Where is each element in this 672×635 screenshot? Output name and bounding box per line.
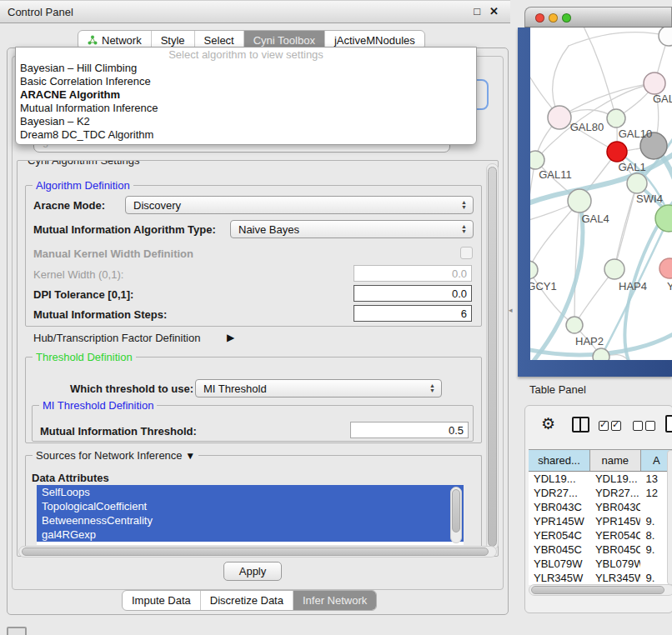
application-window: Control Panel □ ✕ NetworkStyleSelectCyni… <box>0 0 672 635</box>
mi-steps-input[interactable] <box>354 305 472 322</box>
manual-kernel-checkbox[interactable] <box>460 247 473 259</box>
dropdown-item[interactable]: Bayesian – Hill Climbing <box>16 62 476 75</box>
control-panel-title: Control Panel <box>0 6 73 18</box>
aracne-mode-label: Aracne Mode: <box>33 199 105 212</box>
node-gal10[interactable] <box>607 109 625 128</box>
attribute-item[interactable]: gal4RGexp <box>37 528 464 542</box>
table-rows: YDL19...YDL19...13YDR27...YDR27...12YBR0… <box>529 472 672 599</box>
attribute-item[interactable]: TopologicalCoefficient <box>37 499 464 513</box>
table-cell: YBL079W <box>529 557 590 571</box>
apply-button[interactable]: Apply <box>223 562 282 581</box>
network-window-titlebar[interactable] <box>524 7 672 28</box>
network-canvas[interactable]: GALGAL80GAL10GAL1GAL11SWI4GAL4GCY1HAP4YH… <box>530 28 672 360</box>
tab-infer-network[interactable]: Infer Network <box>293 591 376 610</box>
mi-threshold-input[interactable] <box>350 422 469 438</box>
zoom-light[interactable] <box>562 13 571 22</box>
hub-definition-label[interactable]: Hub/Transcription Factor Definition <box>33 332 200 344</box>
table-row[interactable]: YPR145WYPR145W9. <box>529 514 672 528</box>
list-scrollbar[interactable] <box>450 487 462 543</box>
network-icon <box>88 35 98 45</box>
mi-threshold-group-title: MI Threshold Definition <box>39 399 157 412</box>
table-cell: YBR043C <box>529 500 590 514</box>
tab-impute-data[interactable]: Impute Data <box>123 591 201 610</box>
tab-label: Discretize Data <box>210 594 283 607</box>
kernel-width-input[interactable] <box>354 265 472 282</box>
algorithm-dropdown-placeholder: Select algorithm to view settings <box>16 48 476 62</box>
gear-icon[interactable]: ⚙ <box>541 414 555 433</box>
table-cell: YLR345W <box>590 571 641 585</box>
table-row[interactable]: YBR045CYBR045C9. <box>529 542 672 557</box>
dropdown-item[interactable]: Mutual Information Inference <box>16 102 476 115</box>
column-header-name[interactable]: name <box>590 450 641 471</box>
settings-horizontal-scrollbar[interactable] <box>18 546 497 558</box>
node-label-gal1: GAL1 <box>618 161 645 173</box>
mi-type-label: Mutual Information Algorithm Type: <box>33 223 216 236</box>
control-panel-titlebar: Control Panel □ ✕ <box>0 0 510 23</box>
node-salmon[interactable] <box>659 258 672 278</box>
dropdown-item[interactable]: Bayesian – K2 <box>16 115 476 128</box>
mi-type-value: Naive Bayes <box>238 223 299 236</box>
algorithm-dropdown: Select algorithm to view settings Bayesi… <box>15 47 477 145</box>
table-row[interactable]: YBL079WYBL079W <box>529 557 672 571</box>
split-pane-icon[interactable] <box>572 417 589 432</box>
mi-type-select[interactable]: Naive Bayes ▲▼ <box>230 220 474 238</box>
node-gal-pink[interactable] <box>644 72 665 94</box>
which-threshold-value: MI Threshold <box>203 382 267 395</box>
table-vertical-scrollbar[interactable] <box>667 450 672 585</box>
dropdown-item[interactable]: ARACNE Algorithm <box>16 88 476 102</box>
which-threshold-select[interactable]: MI Threshold ▲▼ <box>195 379 442 398</box>
node-gcy1[interactable] <box>530 261 538 279</box>
float-window-icon[interactable]: □ <box>474 5 480 18</box>
table-row[interactable]: YLR345WYLR345W9. <box>529 571 672 585</box>
table-cell: YPR145W <box>529 514 590 528</box>
node-hap2[interactable] <box>566 317 583 333</box>
settings-group-title: Cyni Algorithm Settings <box>24 160 143 167</box>
table-row[interactable]: YDL19...YDL19...13 <box>529 472 672 486</box>
dpi-tolerance-input[interactable] <box>354 285 472 302</box>
table-cell: YDR27... <box>529 486 590 500</box>
unchecked-checkboxes-icon[interactable] <box>633 421 655 431</box>
splitter-collapse-icon[interactable]: ◂ <box>509 306 513 314</box>
table-row[interactable]: YBR043CYBR043C <box>529 500 672 514</box>
close-panel-icon[interactable]: ✕ <box>489 5 499 18</box>
algorithm-dropdown-list: Bayesian – Hill ClimbingBasic Correlatio… <box>16 62 476 142</box>
table-row[interactable]: YER054CYER054C8. <box>529 528 672 542</box>
table-horizontal-scrollbar[interactable] <box>529 584 672 596</box>
disclosure-right-icon[interactable]: ▶ <box>227 332 234 343</box>
node-bottom-partial[interactable] <box>593 348 609 360</box>
table-cell: YDR27... <box>590 486 641 500</box>
sources-group-title: Sources for Network Inference ▼ <box>33 449 198 462</box>
node-gal80[interactable] <box>548 106 571 129</box>
data-attributes-list[interactable]: SelfLoopsTopologicalCoefficientBetweenne… <box>37 485 464 545</box>
dropdown-item[interactable]: Dream8 DC_TDC Algorithm <box>16 128 476 142</box>
minimized-panel-fragment[interactable] <box>7 627 27 635</box>
aracne-mode-select[interactable]: Discovery ▲▼ <box>125 196 474 214</box>
disclosure-down-icon[interactable]: ▼ <box>185 450 195 462</box>
dpi-tolerance-label: DPI Tolerance [0,1]: <box>33 288 133 301</box>
tab-label: Cyni Toolbox <box>253 34 315 47</box>
attribute-item[interactable]: SelfLoops <box>37 485 464 499</box>
attribute-item[interactable]: BetweennessCentrality <box>37 513 464 528</box>
dropdown-item[interactable]: Basic Correlation Inference <box>16 75 476 88</box>
node-red[interactable] <box>607 142 627 162</box>
minimize-light[interactable] <box>549 13 558 22</box>
node-swi4[interactable] <box>627 173 647 193</box>
node-gal4[interactable] <box>568 189 591 212</box>
node-gal11[interactable] <box>530 151 544 169</box>
table-header-row[interactable]: shared...nameA <box>529 450 672 472</box>
node-label-y: Y <box>667 280 672 292</box>
file-icon[interactable] <box>665 415 672 432</box>
settings-vertical-scrollbar[interactable] <box>486 163 499 550</box>
close-light[interactable] <box>535 13 544 22</box>
threshold-definition-title: Threshold Definition <box>33 351 136 363</box>
table-cell: YBR045C <box>529 542 590 557</box>
aracne-mode-value: Discovery <box>133 199 181 212</box>
node-table[interactable]: shared...nameA YDL19...YDL19...13YDR27..… <box>529 449 672 585</box>
column-header-shared-[interactable]: shared... <box>529 450 590 471</box>
tab-discretize-data[interactable]: Discretize Data <box>201 591 293 610</box>
node-top-partial[interactable] <box>659 28 672 46</box>
checked-checkboxes-icon[interactable] <box>599 421 621 431</box>
table-row[interactable]: YDR27...YDR27...12 <box>529 486 672 500</box>
table-panel: ⚙ shared...nameA YDL19...YDL19...13YDR27… <box>524 405 672 613</box>
node-hap4[interactable] <box>604 259 624 279</box>
